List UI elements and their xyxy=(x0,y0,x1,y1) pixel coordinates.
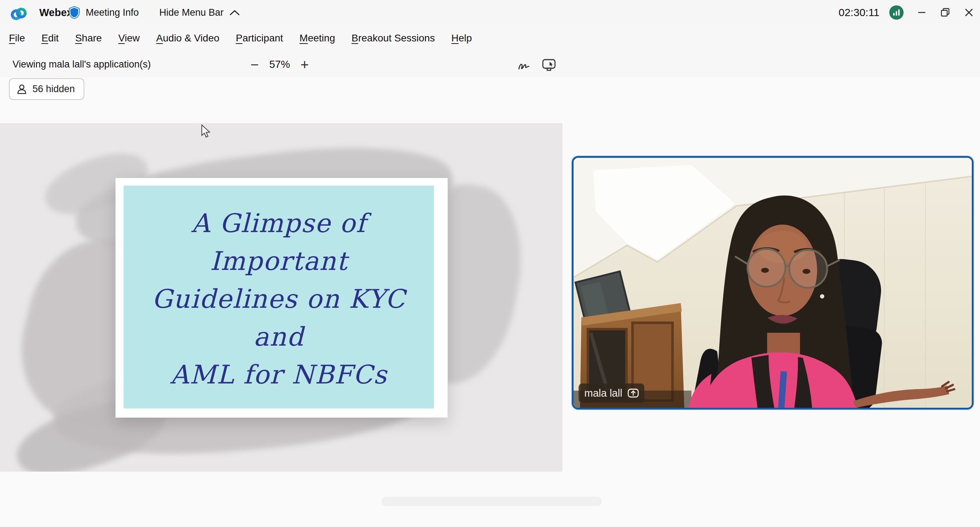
chevron-up-icon xyxy=(229,9,240,16)
close-icon xyxy=(964,8,974,17)
meeting-info-label: Meeting Info xyxy=(86,7,139,18)
minimize-icon xyxy=(917,8,927,17)
participant-name: mala lall xyxy=(584,387,622,399)
remote-control-button[interactable] xyxy=(540,56,558,73)
slide-title-text: A Glimpse of Important Guidelines on KYC… xyxy=(124,204,434,394)
webcam-scene xyxy=(574,158,972,408)
meeting-info-button[interactable]: Meeting Info xyxy=(68,0,139,25)
slide-title-line: Guidelines on KYC and xyxy=(124,280,434,356)
mouse-cursor xyxy=(201,124,213,140)
annotate-button[interactable] xyxy=(515,56,533,73)
hide-menu-bar-button[interactable]: Hide Menu Bar xyxy=(159,0,240,25)
menu-item-share[interactable]: Share xyxy=(75,32,102,44)
menu-item-meeting[interactable]: Meeting xyxy=(300,32,336,44)
person-icon xyxy=(16,84,27,95)
menu-item-view[interactable]: View xyxy=(118,32,140,44)
annotate-pen-icon xyxy=(516,57,532,73)
menu-item-participant[interactable]: Participant xyxy=(236,32,283,44)
slide-title-line: AML for NBFCs xyxy=(124,356,434,394)
participant-name-label: mala lall xyxy=(579,384,644,403)
slide-title-line: A Glimpse of Important xyxy=(124,204,434,280)
sharing-indicator-icon xyxy=(627,387,639,399)
monitor-cursor-icon xyxy=(540,56,557,73)
meeting-timer: 02:30:11 xyxy=(838,0,880,25)
webex-window: Webex Meeting Info Hide Menu Bar 02:30:1… xyxy=(0,0,980,527)
menu-item-breakout-sessions[interactable]: Breakout Sessions xyxy=(352,32,434,44)
menu-item-file[interactable]: File xyxy=(9,32,25,44)
menu-bar: FileEditShareViewAudio & VideoParticipan… xyxy=(0,25,980,51)
shared-content-stage: A Glimpse of Important Guidelines on KYC… xyxy=(0,123,563,471)
viewing-status-label: Viewing mala lall's application(s) xyxy=(13,51,151,77)
zoom-out-button[interactable]: − xyxy=(247,56,263,73)
hidden-participants-count: 56 hidden xyxy=(32,84,75,95)
connection-quality-icon[interactable] xyxy=(889,5,904,20)
title-bar: Webex Meeting Info Hide Menu Bar 02:30:1… xyxy=(0,0,980,25)
zoom-level-value: 57% xyxy=(263,51,296,77)
zoom-in-button[interactable]: + xyxy=(296,56,313,73)
shield-icon xyxy=(68,5,81,20)
maximize-restore-button[interactable] xyxy=(936,3,954,21)
app-title: Webex xyxy=(39,0,73,25)
horizontal-scrollbar[interactable] xyxy=(382,497,602,506)
presentation-slide: A Glimpse of Important Guidelines on KYC… xyxy=(115,178,448,418)
menu-item-audio-video[interactable]: Audio & Video xyxy=(156,32,219,44)
webex-logo-icon xyxy=(9,0,28,25)
menu-item-edit[interactable]: Edit xyxy=(41,32,59,44)
restore-icon xyxy=(940,7,951,18)
participant-video-thumbnail[interactable]: mala lall xyxy=(572,156,974,410)
minimize-button[interactable] xyxy=(913,3,931,21)
slide-title-block: A Glimpse of Important Guidelines on KYC… xyxy=(124,186,434,408)
share-control-bar: Viewing mala lall's application(s) − 57%… xyxy=(0,51,980,77)
hidden-participants-button[interactable]: 56 hidden xyxy=(9,78,84,100)
close-button[interactable] xyxy=(960,3,978,21)
menu-item-help[interactable]: Help xyxy=(452,32,472,44)
hide-menu-bar-label: Hide Menu Bar xyxy=(159,7,224,18)
